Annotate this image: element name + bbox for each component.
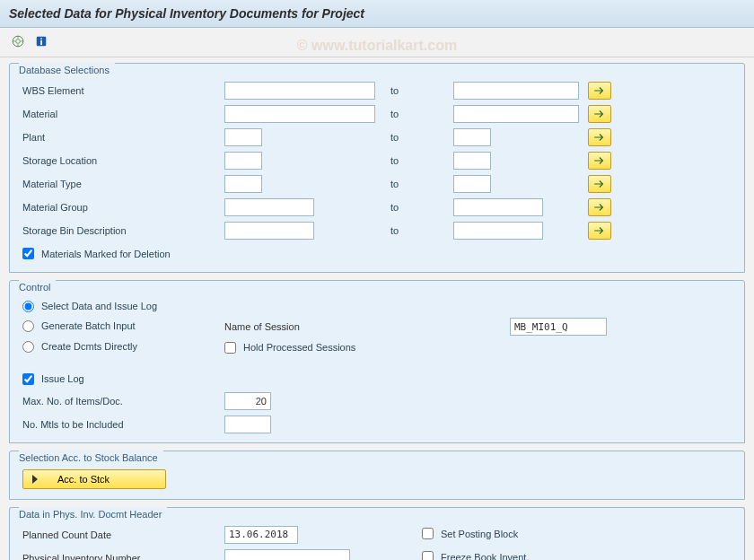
label-storage-loc: Storage Location <box>22 155 224 166</box>
arrow-right-icon <box>593 85 606 96</box>
mat-group-multiple-button[interactable] <box>588 198 611 216</box>
info-icon <box>35 35 48 48</box>
issue-log-label: Issue Log <box>41 373 84 384</box>
wbs-from-input[interactable] <box>224 82 375 100</box>
radio-label-1: Select Data and Issue Log <box>41 301 157 311</box>
svg-point-1 <box>16 39 21 44</box>
hold-label: Hold Processed Sessions <box>243 342 355 353</box>
session-input[interactable] <box>510 318 607 336</box>
max-items-input[interactable] <box>224 392 271 410</box>
label-wbs: WBS Element <box>22 85 224 96</box>
issue-log-wrap[interactable]: Issue Log <box>22 373 84 385</box>
label-plant: Plant <box>22 132 224 143</box>
hold-sessions-checkbox[interactable] <box>224 342 236 354</box>
page-title: Selected Data for Physical Inventory Doc… <box>0 0 754 28</box>
radio-create[interactable] <box>22 341 34 353</box>
arrow-right-icon <box>593 225 606 236</box>
toolbar <box>0 28 754 57</box>
plant-from-input[interactable] <box>224 128 262 146</box>
storage-bin-multiple-button[interactable] <box>588 222 611 240</box>
no-mtls-label: No. Mtls to be Included <box>22 419 224 430</box>
triangle-right-icon <box>32 475 38 484</box>
radio-batch[interactable] <box>22 320 34 332</box>
radio-label-3: Create Dcmts Directly <box>41 341 137 352</box>
storage-bin-from-input[interactable] <box>224 222 314 240</box>
radio-batch-wrap[interactable]: Generate Batch Input <box>22 320 136 332</box>
mat-type-from-input[interactable] <box>224 175 262 193</box>
material-to-input[interactable] <box>453 105 579 123</box>
arrow-right-icon <box>593 179 606 189</box>
radio-select-data-wrap[interactable]: Select Data and Issue Log <box>22 301 157 312</box>
info-button[interactable] <box>32 33 50 49</box>
plant-multiple-button[interactable] <box>588 128 611 146</box>
execute-icon <box>12 35 24 48</box>
svg-point-7 <box>40 38 42 39</box>
storage-loc-to-input[interactable] <box>453 152 491 170</box>
deletion-checkbox[interactable] <box>22 248 34 259</box>
no-mtls-input[interactable] <box>224 416 271 433</box>
label-material-group: Material Group <box>22 202 224 213</box>
freeze-wrap[interactable]: Freeze Book Invent. <box>422 551 529 560</box>
hold-sessions-wrap[interactable]: Hold Processed Sessions <box>224 342 355 354</box>
storage-bin-to-input[interactable] <box>453 222 543 240</box>
label-material-type: Material Type <box>22 179 224 189</box>
group-title-db: Database Selections <box>19 63 115 75</box>
arrow-right-icon <box>593 202 606 213</box>
storage-loc-multiple-button[interactable] <box>588 152 611 170</box>
set-posting-wrap[interactable]: Set Posting Block <box>422 528 518 539</box>
group-title-control: Control <box>19 280 56 293</box>
svg-rect-8 <box>40 40 42 45</box>
stock-btn-label: Acc. to Stck <box>57 474 110 485</box>
plant-to-input[interactable] <box>453 128 491 146</box>
storage-loc-from-input[interactable] <box>224 152 262 170</box>
issue-log-checkbox[interactable] <box>22 373 34 385</box>
arrow-right-icon <box>593 155 606 166</box>
execute-button[interactable] <box>9 33 27 49</box>
max-items-label: Max. No. of Items/Doc. <box>22 396 224 407</box>
acc-to-stock-button[interactable]: Acc. to Stck <box>22 469 166 489</box>
group-header-data: Data in Phys. Inv. Docmt Header Planned … <box>9 507 745 560</box>
to-text: to <box>390 85 453 96</box>
label-storage-bin: Storage Bin Description <box>22 225 224 236</box>
material-multiple-button[interactable] <box>588 105 611 123</box>
wbs-to-input[interactable] <box>453 82 579 100</box>
pin-label: Physical Inventory Number <box>22 553 224 561</box>
group-database-selections: Database Selections WBS Element to Mater… <box>9 63 745 273</box>
radio-select-data[interactable] <box>22 301 34 312</box>
session-label: Name of Session <box>224 321 510 332</box>
freeze-checkbox[interactable] <box>422 551 434 560</box>
set-posting-checkbox[interactable] <box>422 528 434 539</box>
pin-input[interactable] <box>224 549 350 561</box>
group-stock: Selection Acc. to Stock Balance Acc. to … <box>9 451 745 500</box>
radio-label-2: Generate Batch Input <box>41 320 136 331</box>
material-from-input[interactable] <box>224 105 375 123</box>
mat-group-to-input[interactable] <box>453 198 543 216</box>
arrow-right-icon <box>593 109 606 119</box>
wbs-multiple-button[interactable] <box>588 82 611 100</box>
deletion-checkbox-wrap[interactable]: Materials Marked for Deletion <box>22 248 171 259</box>
group-control: Control Select Data and Issue Log Genera… <box>9 280 745 443</box>
group-title-header: Data in Phys. Inv. Docmt Header <box>19 507 167 520</box>
planned-date-label: Planned Count Date <box>22 529 224 540</box>
freeze-label: Freeze Book Invent. <box>441 552 529 561</box>
mat-group-from-input[interactable] <box>224 198 314 216</box>
radio-create-wrap[interactable]: Create Dcmts Directly <box>22 341 137 353</box>
mat-type-multiple-button[interactable] <box>588 175 611 193</box>
arrow-right-icon <box>593 132 606 143</box>
deletion-label: Materials Marked for Deletion <box>41 249 171 259</box>
mat-type-to-input[interactable] <box>453 175 491 193</box>
label-material: Material <box>22 109 224 119</box>
group-title-stock: Selection Acc. to Stock Balance <box>19 451 163 463</box>
planned-date-input[interactable] <box>224 526 298 544</box>
set-posting-label: Set Posting Block <box>441 529 518 539</box>
